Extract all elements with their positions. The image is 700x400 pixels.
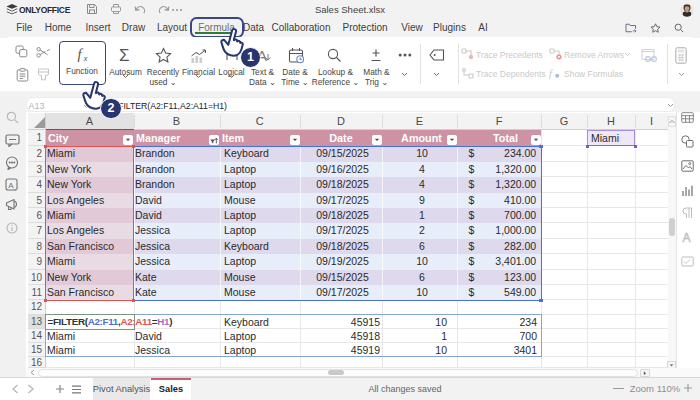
svg-text:f: f: [549, 67, 554, 79]
svg-text:x: x: [83, 53, 88, 63]
svg-text:A: A: [683, 231, 691, 244]
svg-text:A: A: [8, 181, 14, 190]
svg-text:Σ: Σ: [119, 46, 130, 64]
